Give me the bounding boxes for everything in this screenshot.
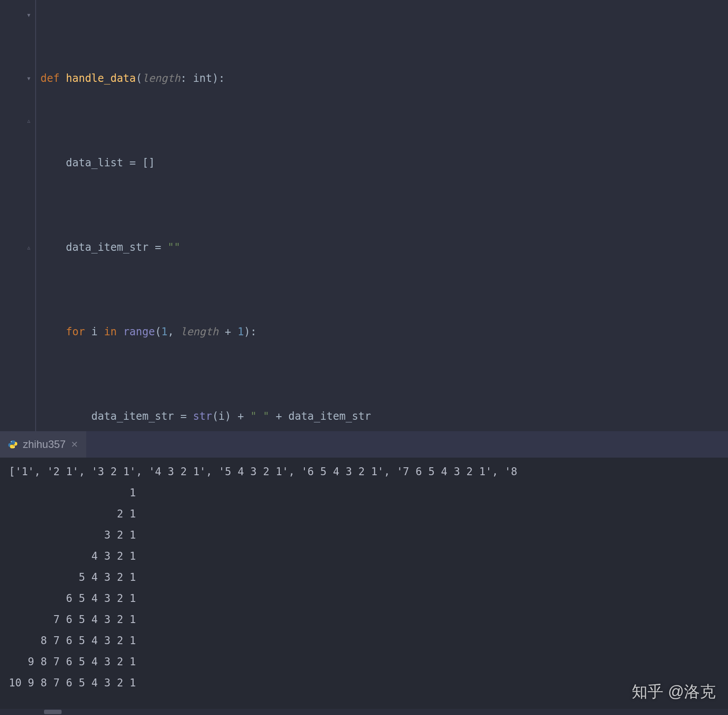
scrollbar-thumb[interactable] <box>44 710 62 714</box>
identifier: i <box>91 326 98 338</box>
type-annotation: int <box>193 72 212 84</box>
terminal-output[interactable]: ['1', '2 1', '3 2 1', '4 3 2 1', '5 4 3 … <box>0 458 728 697</box>
function-name: handle_data <box>66 72 136 84</box>
builtin-range: range <box>123 326 155 338</box>
watermark: 知乎 @洛克 <box>632 681 716 703</box>
svg-point-0 <box>11 441 12 442</box>
keyword-in: in <box>104 326 117 338</box>
code-line[interactable]: def handle_data(length: int): <box>40 68 728 89</box>
close-icon[interactable]: ✕ <box>71 439 78 450</box>
identifier: data_item_str <box>289 410 371 422</box>
string-literal: " " <box>250 410 269 422</box>
identifier: i <box>219 410 225 422</box>
fold-end-icon[interactable]: ▵ <box>26 237 31 258</box>
number-literal: 1 <box>238 326 244 338</box>
fold-icon[interactable]: ▾ <box>26 4 31 26</box>
svg-point-1 <box>14 447 15 447</box>
code-line[interactable]: data_item_str = "" <box>40 237 728 258</box>
run-tab[interactable]: zhihu357 ✕ <box>0 431 86 458</box>
identifier: data_item_str <box>91 410 174 422</box>
param-name: length <box>142 72 180 84</box>
fold-end-icon[interactable]: ▵ <box>26 110 31 131</box>
string-literal: "" <box>168 241 180 253</box>
keyword-for: for <box>66 326 85 338</box>
number-literal: 1 <box>161 326 168 338</box>
run-tab-label: zhihu357 <box>23 438 66 451</box>
identifier: data_item_str <box>66 241 149 253</box>
code-line[interactable]: for i in range(1, length + 1): <box>40 321 728 342</box>
run-output-pane: zhihu357 ✕ ['1', '2 1', '3 2 1', '4 3 2 … <box>0 431 728 715</box>
run-tab-bar: zhihu357 ✕ <box>0 431 728 458</box>
editor-gutter: ▾ ▾ ▵ ▵ <box>0 0 36 431</box>
identifier: data_list <box>66 157 123 169</box>
code-line[interactable]: data_list = [] <box>40 152 728 173</box>
param-ref: length <box>180 326 219 338</box>
builtin-str: str <box>193 410 212 422</box>
horizontal-scrollbar[interactable] <box>0 709 728 715</box>
code-area[interactable]: def handle_data(length: int): data_list … <box>36 0 728 431</box>
code-editor-pane: ▾ ▾ ▵ ▵ def handle_data(length: int): da… <box>0 0 728 431</box>
code-line[interactable]: data_item_str = str(i) + " " + data_item… <box>40 406 728 427</box>
keyword-def: def <box>40 72 59 84</box>
python-file-icon <box>8 440 18 449</box>
fold-icon[interactable]: ▾ <box>26 68 31 89</box>
